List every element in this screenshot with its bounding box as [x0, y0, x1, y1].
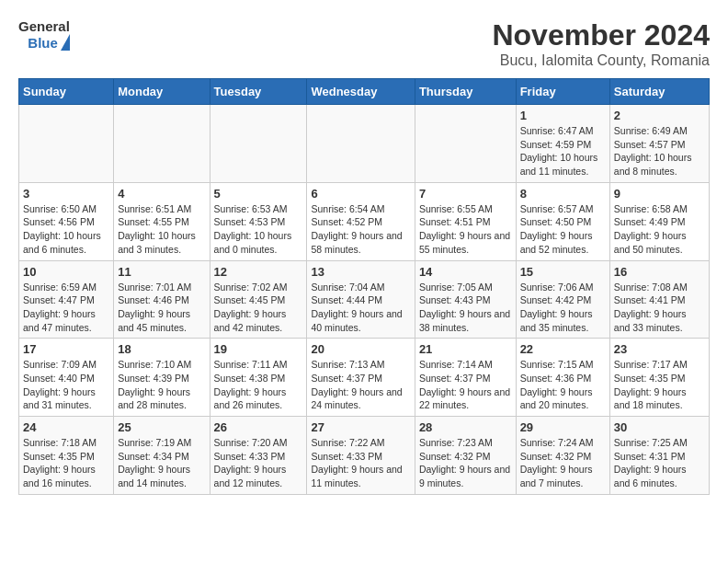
day-info: Sunrise: 7:09 AM Sunset: 4:40 PM Dayligh… [23, 358, 109, 412]
day-info: Sunrise: 7:01 AM Sunset: 4:46 PM Dayligh… [118, 281, 205, 335]
day-info: Sunrise: 6:51 AM Sunset: 4:55 PM Dayligh… [118, 202, 205, 257]
day-info: Sunrise: 7:06 AM Sunset: 4:42 PM Dayligh… [520, 281, 606, 335]
calendar-cell: 16Sunrise: 7:08 AM Sunset: 4:41 PM Dayli… [609, 260, 709, 339]
day-number: 12 [214, 265, 303, 279]
calendar-cell: 5Sunrise: 6:53 AM Sunset: 4:53 PM Daylig… [210, 182, 307, 260]
header-friday: Friday [516, 79, 609, 105]
day-info: Sunrise: 7:25 AM Sunset: 4:31 PM Dayligh… [614, 436, 705, 490]
day-number: 23 [614, 342, 705, 356]
day-number: 18 [118, 342, 205, 356]
day-info: Sunrise: 7:04 AM Sunset: 4:44 PM Dayligh… [311, 281, 410, 335]
calendar-cell: 20Sunrise: 7:13 AM Sunset: 4:37 PM Dayli… [307, 339, 415, 417]
day-info: Sunrise: 7:14 AM Sunset: 4:37 PM Dayligh… [419, 358, 512, 412]
day-number: 26 [214, 420, 303, 434]
day-number: 29 [520, 420, 606, 434]
day-number: 27 [311, 420, 410, 434]
day-info: Sunrise: 6:50 AM Sunset: 4:56 PM Dayligh… [23, 202, 109, 257]
logo: General Blue [18, 18, 70, 51]
calendar-cell: 22Sunrise: 7:15 AM Sunset: 4:36 PM Dayli… [516, 339, 609, 417]
day-info: Sunrise: 6:47 AM Sunset: 4:59 PM Dayligh… [520, 124, 606, 178]
calendar-cell: 6Sunrise: 6:54 AM Sunset: 4:52 PM Daylig… [307, 182, 415, 260]
logo-blue-text: Blue [28, 35, 58, 51]
calendar-body: 1Sunrise: 6:47 AM Sunset: 4:59 PM Daylig… [19, 105, 710, 495]
calendar-cell: 13Sunrise: 7:04 AM Sunset: 4:44 PM Dayli… [307, 260, 415, 339]
day-info: Sunrise: 7:17 AM Sunset: 4:35 PM Dayligh… [614, 358, 705, 412]
day-number: 15 [520, 265, 606, 279]
day-number: 14 [419, 265, 512, 279]
day-info: Sunrise: 7:02 AM Sunset: 4:45 PM Dayligh… [214, 281, 303, 335]
day-number: 4 [118, 187, 205, 201]
day-number: 25 [118, 420, 205, 434]
day-number: 1 [520, 109, 606, 122]
calendar-cell: 1Sunrise: 6:47 AM Sunset: 4:59 PM Daylig… [516, 105, 609, 183]
day-number: 19 [214, 342, 303, 356]
day-info: Sunrise: 7:19 AM Sunset: 4:34 PM Dayligh… [118, 436, 205, 490]
day-number: 7 [419, 187, 512, 201]
page-header: General Blue November 2024 Bucu, Ialomit… [18, 18, 710, 69]
calendar-cell: 24Sunrise: 7:18 AM Sunset: 4:35 PM Dayli… [19, 417, 114, 495]
calendar-cell: 23Sunrise: 7:17 AM Sunset: 4:35 PM Dayli… [609, 339, 709, 417]
calendar-cell: 19Sunrise: 7:11 AM Sunset: 4:38 PM Dayli… [210, 339, 307, 417]
day-info: Sunrise: 7:05 AM Sunset: 4:43 PM Dayligh… [419, 281, 512, 335]
calendar-week-1: 1Sunrise: 6:47 AM Sunset: 4:59 PM Daylig… [19, 105, 710, 183]
day-info: Sunrise: 7:24 AM Sunset: 4:32 PM Dayligh… [520, 436, 606, 490]
calendar-cell: 2Sunrise: 6:49 AM Sunset: 4:57 PM Daylig… [609, 105, 709, 183]
day-number: 16 [614, 265, 705, 279]
day-number: 5 [214, 187, 303, 201]
day-info: Sunrise: 6:57 AM Sunset: 4:50 PM Dayligh… [520, 202, 606, 257]
day-info: Sunrise: 6:59 AM Sunset: 4:47 PM Dayligh… [23, 281, 109, 335]
day-info: Sunrise: 7:08 AM Sunset: 4:41 PM Dayligh… [614, 281, 705, 335]
day-number: 28 [419, 420, 512, 434]
day-number: 21 [419, 342, 512, 356]
calendar-week-2: 3Sunrise: 6:50 AM Sunset: 4:56 PM Daylig… [19, 182, 710, 260]
header-monday: Monday [114, 79, 210, 105]
calendar-cell: 27Sunrise: 7:22 AM Sunset: 4:33 PM Dayli… [307, 417, 415, 495]
day-info: Sunrise: 7:23 AM Sunset: 4:32 PM Dayligh… [419, 436, 512, 490]
calendar-cell [19, 105, 114, 183]
calendar-cell: 7Sunrise: 6:55 AM Sunset: 4:51 PM Daylig… [415, 182, 516, 260]
day-number: 3 [23, 187, 109, 201]
calendar-cell: 29Sunrise: 7:24 AM Sunset: 4:32 PM Dayli… [516, 417, 609, 495]
day-number: 24 [23, 420, 109, 434]
calendar-cell: 14Sunrise: 7:05 AM Sunset: 4:43 PM Dayli… [415, 260, 516, 339]
day-number: 10 [23, 265, 109, 279]
title-block: November 2024 Bucu, Ialomita County, Rom… [492, 18, 710, 69]
calendar-table: SundayMondayTuesdayWednesdayThursdayFrid… [18, 78, 710, 495]
calendar-cell [114, 105, 210, 183]
main-title: November 2024 [492, 18, 710, 52]
calendar-cell: 28Sunrise: 7:23 AM Sunset: 4:32 PM Dayli… [415, 417, 516, 495]
day-number: 22 [520, 342, 606, 356]
day-info: Sunrise: 7:11 AM Sunset: 4:38 PM Dayligh… [214, 358, 303, 412]
day-number: 11 [118, 265, 205, 279]
day-number: 13 [311, 265, 410, 279]
calendar-week-3: 10Sunrise: 6:59 AM Sunset: 4:47 PM Dayli… [19, 260, 710, 339]
day-number: 8 [520, 187, 606, 201]
header-tuesday: Tuesday [210, 79, 307, 105]
day-info: Sunrise: 6:53 AM Sunset: 4:53 PM Dayligh… [214, 202, 303, 257]
header-sunday: Sunday [19, 79, 114, 105]
logo-general-text: General [18, 18, 70, 34]
calendar-cell: 18Sunrise: 7:10 AM Sunset: 4:39 PM Dayli… [114, 339, 210, 417]
header-saturday: Saturday [609, 79, 709, 105]
day-number: 30 [614, 420, 705, 434]
day-info: Sunrise: 6:54 AM Sunset: 4:52 PM Dayligh… [311, 202, 410, 257]
day-info: Sunrise: 7:18 AM Sunset: 4:35 PM Dayligh… [23, 436, 109, 490]
day-number: 9 [614, 187, 705, 201]
calendar-cell: 21Sunrise: 7:14 AM Sunset: 4:37 PM Dayli… [415, 339, 516, 417]
calendar-cell: 3Sunrise: 6:50 AM Sunset: 4:56 PM Daylig… [19, 182, 114, 260]
calendar-cell [415, 105, 516, 183]
header-wednesday: Wednesday [307, 79, 415, 105]
calendar-cell: 9Sunrise: 6:58 AM Sunset: 4:49 PM Daylig… [609, 182, 709, 260]
calendar-cell [307, 105, 415, 183]
calendar-header-row: SundayMondayTuesdayWednesdayThursdayFrid… [19, 79, 710, 105]
day-info: Sunrise: 6:55 AM Sunset: 4:51 PM Dayligh… [419, 202, 512, 257]
calendar-week-5: 24Sunrise: 7:18 AM Sunset: 4:35 PM Dayli… [19, 417, 710, 495]
logo-triangle-icon [61, 34, 70, 51]
calendar-cell: 11Sunrise: 7:01 AM Sunset: 4:46 PM Dayli… [114, 260, 210, 339]
day-number: 6 [311, 187, 410, 201]
day-info: Sunrise: 7:20 AM Sunset: 4:33 PM Dayligh… [214, 436, 303, 490]
calendar-cell: 4Sunrise: 6:51 AM Sunset: 4:55 PM Daylig… [114, 182, 210, 260]
day-info: Sunrise: 7:10 AM Sunset: 4:39 PM Dayligh… [118, 358, 205, 412]
calendar-cell: 15Sunrise: 7:06 AM Sunset: 4:42 PM Dayli… [516, 260, 609, 339]
calendar-cell: 8Sunrise: 6:57 AM Sunset: 4:50 PM Daylig… [516, 182, 609, 260]
